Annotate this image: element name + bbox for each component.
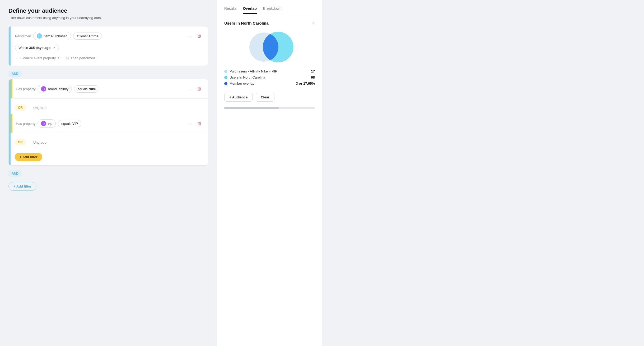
filter-block-2: Has property ⬡ brand_affinity equals Nik… [11, 79, 208, 99]
overlap-header: Users in North Carolina × [224, 20, 315, 26]
brand-affinity-pill[interactable]: ⬡ brand_affinity [38, 85, 72, 93]
filter-block-1-bar [9, 26, 11, 66]
has-property-label-2: Has property [16, 87, 35, 91]
scrollbar-thumb [224, 107, 279, 109]
overlap-actions: + Audience Clear [224, 93, 315, 102]
page-subtitle: Filter down customers using anything in … [8, 16, 208, 20]
or-ungroup-row-2: OR Ungroup [11, 136, 208, 149]
filter-row-1-actions: ··· 🗑 [188, 33, 202, 39]
within-text: Within 365 days ago [18, 46, 50, 50]
tab-results[interactable]: Results [224, 6, 237, 14]
brand-affinity-name: brand_affinity [48, 87, 68, 91]
where-event-label: + Where event property is... [20, 56, 62, 60]
filter-sub-row-1: Within 365 days ago × [15, 44, 202, 51]
add-filter-or-btn[interactable]: + Add filter [15, 153, 42, 161]
legend-label-users-nc: Users in North Carolina [230, 75, 265, 79]
filter-row-2-content: Has property ⬡ brand_affinity equals Nik… [16, 85, 185, 93]
plus-icon: ＋ [15, 56, 18, 60]
or-badge-2: OR [15, 139, 26, 145]
item-purchased-pill[interactable]: ⏱ Item Purchased [33, 32, 71, 40]
and-badge-1: AND [8, 69, 208, 79]
equals-nike-pill[interactable]: equals Nike [74, 85, 99, 93]
filter-block-2-bar [11, 79, 12, 98]
venn-diagram [224, 31, 315, 63]
venn-svg [241, 31, 299, 63]
vip-icon: ⬡ [41, 121, 46, 126]
ungroup-link-2[interactable]: Ungroup [29, 138, 46, 147]
right-panel: Results Overlap Breakdown Users in North… [217, 0, 322, 346]
legend-dot-overlap [224, 82, 227, 85]
scrollbar-area[interactable] [224, 107, 315, 109]
or-group-inner: Has property ⬡ brand_affinity equals Nik… [11, 79, 208, 165]
filter-row-3-content: Has property ⬡ vip equals VIP [16, 119, 185, 128]
and-badge-2: AND [8, 168, 208, 179]
filter-2-delete-btn[interactable]: 🗑 [197, 86, 202, 91]
filter-row-2-actions: ··· 🗑 [188, 86, 202, 92]
filter-block-3-bar [11, 114, 12, 133]
legend-value-overlap: 3 or 17.65% [296, 81, 315, 85]
performed-label: Performed [15, 34, 31, 38]
legend-label-overlap: Member overlap [230, 81, 254, 85]
or-group-left-bar [9, 79, 11, 165]
filter-3-menu-btn[interactable]: ··· [188, 121, 193, 126]
equals-vip-text: equals VIP [61, 122, 78, 126]
clear-btn[interactable]: Clear [256, 93, 274, 102]
brand-affinity-icon: ⬡ [41, 86, 46, 92]
and-label-2: AND [8, 170, 22, 177]
filter-block-3: Has property ⬡ vip equals VIP [11, 114, 208, 133]
item-purchased-icon: ⏱ [37, 33, 42, 39]
legend-item-purchasers: Purchasers - Affinity Nike + VIP 17 [224, 69, 315, 73]
tab-overlap[interactable]: Overlap [243, 6, 257, 14]
or-ungroup-row-1: OR Ungroup [11, 101, 208, 114]
filter-row-3: Has property ⬡ vip equals VIP [16, 119, 202, 128]
or-badge-1: OR [15, 104, 26, 111]
filter-1-menu-btn[interactable]: ··· [188, 33, 193, 39]
add-filter-or-group-area: + Add filter [11, 149, 208, 165]
where-event-property-link[interactable]: ＋ + Where event property is... [15, 56, 62, 60]
and-label-1: AND [8, 71, 22, 77]
overlap-close-btn[interactable]: × [312, 20, 315, 26]
within-close-btn[interactable]: × [53, 45, 55, 50]
legend-item-users-nc: Users in North Carolina 98 [224, 75, 315, 79]
legend-item-overlap: Member overlap 3 or 17.65% [224, 81, 315, 85]
at-least-pill[interactable]: at least 1 time [73, 33, 102, 40]
at-least-text: at least 1 time [77, 34, 99, 38]
legend-area: Purchasers - Affinity Nike + VIP 17 User… [224, 69, 315, 88]
equals-vip-pill[interactable]: equals VIP [58, 120, 81, 127]
or-group-block: Has property ⬡ brand_affinity equals Nik… [8, 79, 208, 166]
page-title: Define your audience [8, 7, 208, 14]
has-property-label-3: Has property [16, 122, 35, 126]
audience-btn[interactable]: + Audience [224, 93, 253, 102]
legend-label-purchasers: Purchasers - Affinity Nike + VIP [230, 69, 277, 73]
filter-1-delete-btn[interactable]: 🗑 [197, 34, 202, 38]
legend-value-purchasers: 17 [311, 69, 315, 73]
filter-row-1-content: Performed ⏱ Item Purchased at least 1 ti… [15, 32, 185, 40]
filter-block-1: Performed ⏱ Item Purchased at least 1 ti… [8, 26, 208, 66]
overlap-title: Users in North Carolina [224, 21, 269, 25]
item-purchased-name: Item Purchased [44, 34, 68, 38]
filter-actions-row-1: ＋ + Where event property is... ⊟ Then pe… [15, 56, 202, 60]
add-filter-bottom-btn[interactable]: + Add filter [8, 182, 36, 191]
equals-nike-text: equals Nike [77, 87, 96, 91]
filter-row-2: Has property ⬡ brand_affinity equals Nik… [16, 85, 202, 93]
filter-3-delete-btn[interactable]: 🗑 [197, 121, 202, 126]
filter-2-menu-btn[interactable]: ··· [188, 86, 193, 92]
vip-pill[interactable]: ⬡ vip [38, 119, 56, 128]
filter-icon: ⊟ [66, 56, 69, 60]
add-filter-bottom-area: + Add filter [8, 181, 208, 191]
within-pill[interactable]: Within 365 days ago × [15, 44, 59, 51]
legend-dot-purchasers [224, 70, 227, 73]
then-performed-label: Then performed... [71, 56, 98, 60]
vip-name: vip [48, 122, 52, 126]
filter-row-1: Performed ⏱ Item Purchased at least 1 ti… [15, 32, 202, 40]
legend-value-users-nc: 98 [311, 75, 315, 79]
tabs-row: Results Overlap Breakdown [224, 6, 315, 14]
then-performed-link[interactable]: ⊟ Then performed... [66, 56, 98, 60]
filter-row-3-actions: ··· 🗑 [188, 121, 202, 126]
legend-dot-users-nc [224, 76, 227, 79]
ungroup-link-1[interactable]: Ungroup [29, 104, 46, 112]
tab-breakdown[interactable]: Breakdown [263, 6, 282, 14]
